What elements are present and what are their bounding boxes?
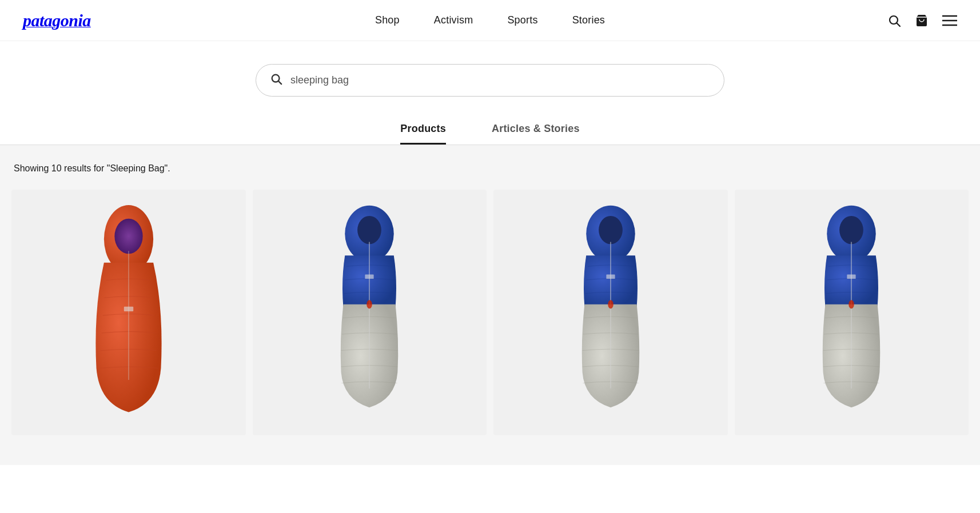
search-bar: [256, 64, 724, 97]
results-count: Showing 10 results for "Sleeping Bag".: [11, 163, 969, 174]
nav-item-stories[interactable]: Stories: [572, 14, 605, 26]
svg-rect-11: [124, 307, 133, 311]
svg-rect-21: [606, 275, 615, 279]
svg-line-1: [897, 23, 901, 26]
search-section: [0, 41, 980, 114]
logo-text: patagonia: [23, 11, 91, 30]
search-icon[interactable]: [887, 14, 901, 27]
search-bar-icon: [270, 73, 282, 88]
product-image-3: [559, 204, 662, 421]
product-card-1[interactable]: [11, 190, 246, 435]
svg-rect-16: [365, 275, 374, 279]
search-input[interactable]: [290, 74, 710, 86]
svg-rect-26: [847, 275, 856, 279]
product-image-2: [318, 204, 421, 421]
products-grid: [11, 190, 969, 435]
results-section: Showing 10 results for "Sleeping Bag".: [0, 145, 980, 465]
nav-item-sports[interactable]: Sports: [507, 14, 537, 26]
cart-icon[interactable]: [915, 14, 929, 27]
svg-point-23: [839, 216, 863, 244]
product-image-4: [800, 204, 903, 421]
product-card-3[interactable]: [493, 190, 728, 435]
svg-point-15: [367, 300, 373, 308]
product-card-2[interactable]: [253, 190, 487, 435]
svg-point-13: [357, 216, 381, 244]
logo[interactable]: patagonia: [23, 11, 91, 30]
svg-point-20: [608, 300, 614, 308]
tabs-section: Products Articles & Stories: [0, 114, 980, 145]
svg-point-18: [599, 216, 623, 244]
product-card-4[interactable]: [735, 190, 969, 435]
svg-point-25: [849, 300, 855, 308]
tab-articles-stories[interactable]: Articles & Stories: [492, 114, 580, 145]
tab-products[interactable]: Products: [400, 114, 446, 145]
menu-icon[interactable]: [942, 15, 957, 26]
svg-line-7: [278, 81, 281, 84]
nav-item-activism[interactable]: Activism: [434, 14, 473, 26]
header-icons: [887, 14, 957, 27]
nav-item-shop[interactable]: Shop: [375, 14, 400, 26]
main-nav: Shop Activism Sports Stories: [375, 14, 605, 26]
svg-point-9: [114, 219, 142, 254]
site-header: patagonia Shop Activism Sports Stories: [0, 0, 980, 41]
product-image-1: [77, 204, 180, 421]
